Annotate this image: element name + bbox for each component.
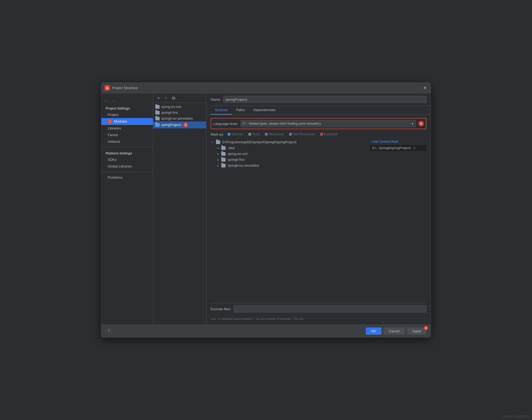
sidebar-item-facets[interactable]: Facets — [101, 132, 153, 138]
project-settings-section: Project Settings — [101, 104, 153, 111]
sidebar: ← → Project Settings Project 1 Modules L… — [101, 93, 153, 325]
right-panel: Name: Sources Paths Dependencies Languag… — [206, 93, 431, 325]
sources-tab-content: Language level: 17 - Sealed types, alway… — [206, 115, 431, 325]
back-button[interactable]: ← — [103, 98, 109, 104]
name-label: Name: — [211, 98, 221, 102]
folder-icon — [221, 152, 226, 156]
expand-icon: ▶ — [216, 152, 220, 156]
badge-3: 3 — [418, 121, 424, 126]
folder-icon — [155, 105, 160, 109]
mark-tests-button[interactable]: Tests — [247, 132, 261, 137]
mark-test-resources-button[interactable]: Test Resources — [288, 132, 317, 137]
close-icon[interactable]: ✕ — [422, 85, 427, 91]
content-root-path: D:\...Spring6\springProject1 ✕ — [370, 145, 426, 151]
tree-item[interactable]: ▶ spring6-ioc-annotation — [211, 163, 366, 169]
tests-color-indicator — [248, 133, 251, 136]
chevron-down-icon: ▼ — [411, 122, 414, 125]
sidebar-item-sdks[interactable]: SDKs — [101, 156, 153, 163]
sidebar-divider — [101, 147, 153, 147]
help-button[interactable]: ? — [106, 328, 112, 334]
copy-module-button[interactable]: ⧉ — [170, 95, 177, 101]
language-level-value: 17 - Sealed types, always-strict floatin… — [242, 122, 411, 125]
file-tree: ▼ D:\Programming\IDEAproject\Spring6\spr… — [211, 139, 366, 169]
name-input[interactable] — [223, 96, 426, 103]
folder-icon — [155, 117, 160, 120]
add-module-button[interactable]: + — [155, 95, 162, 101]
forward-button[interactable]: → — [110, 98, 117, 104]
platform-settings-section: Platform Settings — [101, 149, 153, 156]
remove-module-button[interactable]: − — [163, 95, 169, 101]
test-resources-color-indicator — [289, 133, 292, 136]
sidebar-divider-2 — [101, 172, 153, 172]
nav-buttons: ← → — [101, 96, 153, 104]
list-item[interactable]: spring-ioc-xml — [153, 104, 206, 110]
sidebar-item-project[interactable]: Project — [101, 111, 153, 118]
folder-icon — [221, 164, 226, 167]
main-content: ← → Project Settings Project 1 Modules L… — [101, 93, 431, 325]
remove-content-root-button[interactable]: ✕ — [413, 146, 416, 150]
tree-item[interactable]: ▶ spring-ioc-xml — [211, 151, 366, 157]
expand-icon: ▶ — [216, 146, 220, 150]
mark-excluded-button[interactable]: Excluded — [319, 132, 339, 137]
expand-icon: ▶ — [216, 158, 220, 162]
list-item[interactable]: spring6-ioc-annotation — [153, 116, 206, 121]
dialog-title: Project Structure — [112, 86, 422, 90]
expand-icon: ▶ — [216, 163, 220, 168]
tab-paths[interactable]: Paths — [232, 106, 249, 115]
folder-icon — [155, 111, 160, 115]
tabs-row: Sources Paths Dependencies — [206, 106, 431, 115]
tree-item[interactable]: ▶ .idea — [211, 145, 366, 151]
sources-color-indicator — [228, 133, 230, 136]
excluded-color-indicator — [320, 133, 323, 136]
language-level-row: Language level: 17 - Sealed types, alway… — [211, 118, 426, 129]
mark-as-row: Mark as: Sources Tests Resources — [211, 132, 426, 137]
watermark: CSDN @一枝风雨流苏 — [502, 415, 529, 418]
tree-root-item[interactable]: ▼ D:\Programming\IDEAproject\Spring6\spr… — [211, 139, 366, 145]
list-item[interactable]: spring6-first — [153, 110, 206, 116]
language-level-label: Language level: — [213, 122, 238, 126]
resources-color-indicator — [265, 133, 268, 136]
folder-icon — [221, 146, 226, 150]
add-content-root-button[interactable]: + Add Content Root — [370, 139, 426, 144]
spacer — [211, 171, 426, 300]
exclude-files-row: Exclude files: — [211, 303, 426, 314]
project-structure-dialog: ◈ Project Structure ✕ ← → Project Settin… — [101, 82, 431, 338]
sidebar-item-libraries[interactable]: Libraries — [101, 125, 153, 132]
sidebar-item-problems[interactable]: Problems — [101, 174, 153, 181]
language-level-select[interactable]: 17 - Sealed types, always-strict floatin… — [240, 120, 416, 127]
tab-dependencies[interactable]: Dependencies — [249, 106, 280, 115]
sidebar-item-global-libraries[interactable]: Global Libraries — [101, 163, 153, 170]
modules-panel: + − ⧉ spring-ioc-xml spring6-first sprin… — [153, 93, 206, 325]
tree-item[interactable]: ▶ spring6-first — [211, 157, 366, 163]
badge-4: 4 — [424, 326, 428, 330]
modules-toolbar: + − ⧉ — [153, 93, 206, 103]
exclude-files-label: Exclude files: — [211, 307, 231, 311]
folder-icon — [221, 158, 226, 162]
bottom-bar: ? OK Cancel Apply 4 — [101, 325, 431, 337]
collapse-icon: ▼ — [211, 140, 215, 144]
badge-2: 2 — [183, 123, 188, 127]
list-item-selected[interactable]: springProject1 2 — [153, 121, 206, 128]
content-root-area: + Add Content Root D:\...Spring6\springP… — [368, 139, 426, 151]
folder-icon — [216, 140, 220, 144]
action-buttons: OK Cancel Apply 4 — [366, 327, 426, 335]
title-bar: ◈ Project Structure ✕ — [101, 83, 431, 93]
exclude-hint-text: Use ; to separate name patterns, * for a… — [211, 317, 426, 321]
mark-as-label: Mark as: — [211, 132, 224, 136]
ok-button[interactable]: OK — [366, 327, 381, 335]
cancel-button[interactable]: Cancel — [384, 327, 405, 335]
app-icon: ◈ — [105, 85, 110, 91]
tab-sources[interactable]: Sources — [211, 106, 232, 115]
sidebar-item-artifacts[interactable]: Artifacts — [101, 138, 153, 145]
exclude-files-input[interactable] — [234, 305, 426, 312]
modules-list: spring-ioc-xml spring6-first spring6-ioc… — [153, 103, 206, 325]
name-row: Name: — [206, 93, 431, 106]
mark-resources-button[interactable]: Resources — [263, 132, 285, 137]
folder-icon — [155, 123, 160, 127]
apply-button[interactable]: Apply 4 — [407, 327, 426, 335]
sidebar-item-modules[interactable]: 1 Modules — [101, 118, 153, 125]
file-tree-area: ▼ D:\Programming\IDEAproject\Spring6\spr… — [211, 139, 426, 169]
mark-sources-button[interactable]: Sources — [226, 132, 245, 137]
